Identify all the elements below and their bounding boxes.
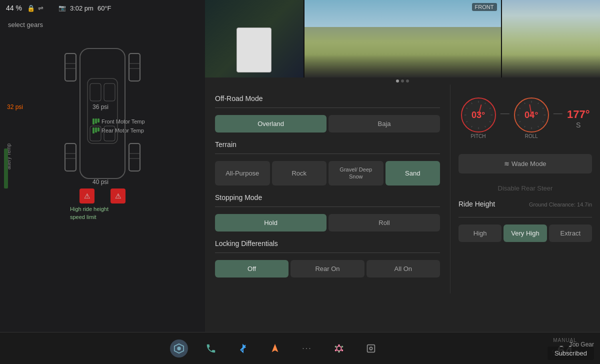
navigation-icon [270, 343, 280, 354]
ride-high-btn[interactable]: High [458, 224, 502, 242]
svg-point-48 [338, 344, 340, 346]
terrain-group: All-Purpose Rock Gravel/ Deep Snow Sand [215, 161, 440, 186]
svg-rect-4 [90, 126, 101, 141]
terrain-rock-btn[interactable]: Rock [272, 161, 327, 186]
terrain-section-title: Terrain [215, 140, 440, 148]
offroad-section-title: Off-Road Mode [215, 94, 440, 102]
roll-gauge-circle: 04° [514, 98, 549, 132]
center-camera-feed[interactable]: FRONT [304, 0, 501, 78]
bottom-nav: ··· MANUAL ‹ 64 › [0, 332, 600, 364]
controls-area: Off-Road Mode Overland Baja Terrain All-… [205, 84, 600, 294]
media-nav-icon[interactable] [362, 340, 380, 358]
pitch-gauge-circle: 03° [461, 98, 496, 132]
svg-rect-1 [88, 78, 118, 144]
wade-mode-btn[interactable]: ≋ Wade Mode [458, 154, 592, 174]
stopping-hold-btn[interactable]: Hold [215, 214, 326, 232]
bluetooth-nav-icon[interactable] [234, 340, 252, 358]
pitch-gauge: 03° PITCH [461, 98, 496, 139]
locking-off-btn[interactable]: Off [215, 260, 288, 278]
nav-icons: ··· [10, 340, 540, 358]
camera-icon: 📷 [58, 4, 66, 12]
stopping-divider [215, 206, 440, 207]
status-bar: 44 % 🔒 ⇌ 📷 3:02 pm 60°F [0, 0, 205, 16]
mode-baja-btn[interactable]: Baja [328, 115, 440, 132]
compass-value: 177° [567, 108, 590, 121]
locking-group: Off Rear On All On [215, 260, 440, 278]
warning-icon-1: ⚠ [80, 188, 94, 204]
navigation-nav-icon[interactable] [266, 340, 284, 358]
svg-rect-5 [104, 126, 115, 141]
ride-height-header: Ride Height Ground Clearance: 14.7in [458, 198, 592, 213]
roll-gauge: 04° ROLL [514, 98, 549, 139]
right-camera-feed[interactable] [502, 0, 600, 78]
compass-display: 177° S [567, 108, 590, 129]
ride-height-info: High ride height speed limit [70, 206, 108, 221]
svg-line-22 [490, 122, 490, 122]
controls-left: Off-Road Mode Overland Baja Terrain All-… [205, 84, 450, 294]
apps-nav-icon[interactable] [330, 340, 348, 358]
svg-rect-6 [65, 54, 76, 81]
locking-section-title: Locking Differentials [215, 240, 440, 248]
svg-marker-46 [272, 344, 278, 352]
svg-line-41 [519, 108, 520, 108]
svg-line-35 [542, 122, 544, 122]
locking-allon-btn[interactable]: All On [366, 260, 440, 278]
svg-line-28 [466, 108, 467, 108]
left-panel: 44 % 🔒 ⇌ 📷 3:02 pm 60°F select gears 32 … [0, 0, 205, 364]
camera-row: FRONT [205, 0, 600, 78]
scroll-indicator [205, 80, 600, 82]
terrain-allpurpose-btn[interactable]: All-Purpose [215, 161, 270, 186]
bluetooth-icon [238, 343, 248, 354]
svg-rect-0 [80, 48, 125, 178]
ride-very-high-btn[interactable]: Very High [504, 224, 546, 242]
svg-line-29 [471, 103, 472, 104]
terrain-divider [215, 154, 440, 154]
stopping-group: Hold Roll [215, 214, 440, 232]
battery-percent: 44 % [6, 4, 22, 12]
svg-point-55 [370, 347, 372, 350]
locking-rearon-btn[interactable]: Rear On [290, 260, 364, 278]
current-time: 3:02 pm [70, 4, 94, 12]
svg-line-42 [524, 103, 525, 104]
warning-icon-2: ⚠ [110, 188, 126, 204]
offroad-divider [215, 108, 440, 108]
stopping-section-title: Stopping Mode [215, 194, 440, 202]
phone-nav-icon[interactable] [202, 340, 220, 358]
vehicle-diagram-area: 32 psi 36 psi Front Motor Temp Rear Moto… [0, 34, 205, 224]
ride-height-group: High Very High Extract [458, 224, 592, 242]
left-camera-feed[interactable] [205, 0, 304, 78]
subscribed-badge: Subscribed [548, 346, 594, 360]
ride-extract-btn[interactable]: Extract [549, 224, 592, 242]
svg-point-53 [335, 346, 337, 348]
phone-icon [206, 343, 216, 354]
front-left-psi: 32 psi [7, 104, 23, 110]
compass-dir: S [576, 121, 580, 129]
svg-line-32 [538, 103, 538, 104]
ride-height-title: Ride Height [458, 200, 495, 208]
roll-label: ROLL [525, 134, 538, 139]
svg-line-23 [484, 126, 485, 127]
svg-line-33 [542, 108, 544, 108]
mode-overland-btn[interactable]: Overland [215, 115, 326, 132]
locking-divider [215, 252, 440, 253]
select-gears-label: select gears [0, 16, 205, 34]
ground-clearance: Ground Clearance: 14.7in [529, 202, 592, 208]
svg-point-47 [336, 346, 341, 350]
svg-point-52 [335, 349, 337, 351]
svg-point-49 [342, 346, 344, 348]
menu-nav-icon[interactable]: ··· [298, 340, 316, 358]
signal-icon: ⇌ [38, 4, 44, 12]
hex-nav-icon[interactable] [170, 340, 188, 358]
svg-line-20 [490, 108, 490, 108]
svg-line-19 [484, 103, 485, 104]
scroll-dot-1 [396, 80, 399, 82]
svg-line-26 [466, 122, 467, 122]
stopping-roll-btn[interactable]: Roll [328, 214, 440, 232]
disable-rear-steer-btn[interactable]: Disable Rear Steer [458, 178, 592, 198]
svg-rect-8 [65, 144, 76, 171]
gauge-separator: — [500, 108, 510, 118]
terrain-sand-btn[interactable]: Sand [386, 161, 440, 186]
svg-rect-2 [90, 84, 101, 101]
terrain-gravel-btn[interactable]: Gravel/ Deep Snow [328, 161, 384, 186]
svg-point-51 [338, 350, 340, 352]
